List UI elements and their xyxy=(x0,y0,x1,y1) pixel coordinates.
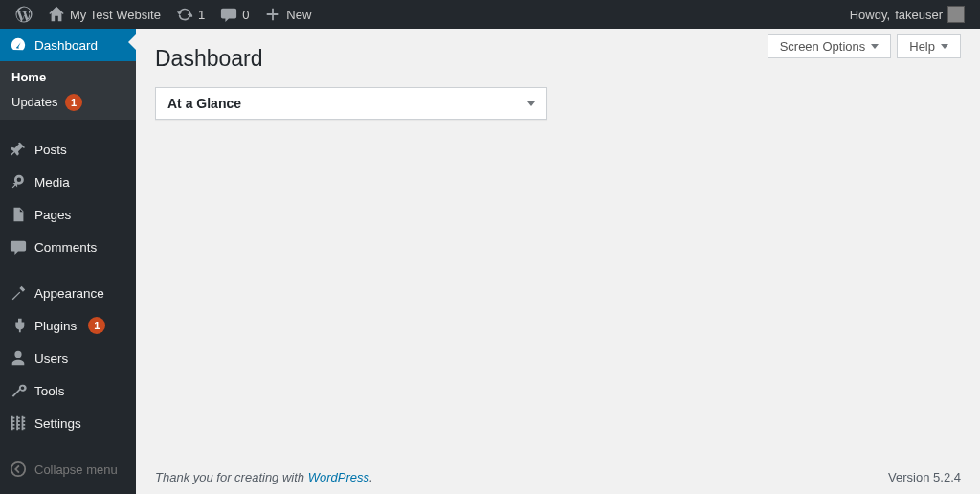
menu-appearance[interactable]: Appearance xyxy=(0,277,136,309)
menu-comments[interactable]: Comments xyxy=(0,231,136,263)
chevron-down-icon xyxy=(941,44,948,49)
menu-appearance-label: Appearance xyxy=(34,286,104,301)
postbox-title: At a Glance xyxy=(167,96,241,111)
updates-count: 1 xyxy=(198,8,205,22)
media-icon xyxy=(10,173,27,191)
menu-settings[interactable]: Settings xyxy=(0,407,136,439)
site-name-link[interactable]: My Test Website xyxy=(40,0,168,29)
comment-icon xyxy=(220,6,237,23)
home-icon xyxy=(48,6,65,23)
menu-pages[interactable]: Pages xyxy=(0,198,136,231)
menu-dashboard-label: Dashboard xyxy=(34,38,98,53)
updates-link[interactable]: 1 xyxy=(168,0,212,29)
username-label: fakeuser xyxy=(895,8,943,22)
wp-footer: Thank you for creating with WordPress. V… xyxy=(155,470,961,484)
menu-comments-label: Comments xyxy=(34,240,97,255)
postbox-at-a-glance: At a Glance xyxy=(155,87,547,120)
avatar xyxy=(947,6,965,23)
new-content-link[interactable]: New xyxy=(256,0,319,29)
comments-link[interactable]: 0 xyxy=(212,0,256,29)
plus-icon xyxy=(264,6,281,23)
users-icon xyxy=(10,349,27,367)
new-label: New xyxy=(286,8,311,22)
pages-icon xyxy=(10,206,27,223)
help-button[interactable]: Help xyxy=(897,34,961,58)
help-label: Help xyxy=(909,39,935,54)
svg-point-0 xyxy=(11,462,25,476)
wp-logo-menu[interactable] xyxy=(8,0,40,29)
dashboard-icon xyxy=(10,36,27,54)
menu-settings-label: Settings xyxy=(34,416,81,431)
howdy-prefix: Howdy, xyxy=(850,8,890,22)
my-account-link[interactable]: Howdy, fakeuser xyxy=(842,0,972,29)
menu-users-label: Users xyxy=(34,351,68,366)
submenu-home[interactable]: Home xyxy=(0,65,136,89)
menu-pages-label: Pages xyxy=(34,208,71,222)
wordpress-icon xyxy=(15,6,33,23)
menu-media-label: Media xyxy=(34,175,70,190)
postbox-toggle-icon[interactable] xyxy=(527,101,535,106)
menu-posts[interactable]: Posts xyxy=(0,133,136,166)
menu-users[interactable]: Users xyxy=(0,342,136,374)
collapse-icon xyxy=(10,460,27,478)
menu-plugins[interactable]: Plugins 1 xyxy=(0,309,136,342)
screen-options-button[interactable]: Screen Options xyxy=(768,34,892,58)
menu-plugins-label: Plugins xyxy=(34,319,77,333)
menu-posts-label: Posts xyxy=(34,143,67,157)
tools-icon xyxy=(10,382,27,399)
collapse-menu-label: Collapse menu xyxy=(34,462,118,477)
dashboard-submenu: Home Updates 1 xyxy=(0,61,136,120)
admin-bar: My Test Website 1 0 New Howdy, fakeuser xyxy=(0,0,980,29)
menu-dashboard[interactable]: Dashboard xyxy=(0,29,136,61)
menu-tools[interactable]: Tools xyxy=(0,374,136,407)
pushpin-icon xyxy=(10,141,27,158)
main-content: Screen Options Help Dashboard At a Glanc… xyxy=(136,29,980,494)
plugin-icon xyxy=(10,317,27,334)
submenu-home-label: Home xyxy=(11,70,46,84)
chevron-down-icon xyxy=(871,44,879,49)
menu-tools-label: Tools xyxy=(34,384,65,398)
footer-version: Version 5.2.4 xyxy=(888,470,961,484)
comments-icon xyxy=(10,238,27,256)
comments-count: 0 xyxy=(242,8,249,22)
footer-wordpress-link[interactable]: WordPress xyxy=(308,470,369,484)
footer-period: . xyxy=(369,470,373,484)
screen-meta-links: Screen Options Help xyxy=(768,34,961,58)
updates-badge: 1 xyxy=(65,94,82,111)
refresh-icon xyxy=(176,6,193,23)
appearance-icon xyxy=(10,284,27,302)
footer-thanks-prefix: Thank you for creating with xyxy=(155,470,308,484)
plugins-badge: 1 xyxy=(88,317,105,334)
screen-options-label: Screen Options xyxy=(780,39,866,54)
submenu-updates-label: Updates xyxy=(11,95,57,109)
submenu-updates[interactable]: Updates 1 xyxy=(0,89,136,116)
settings-icon xyxy=(10,415,27,432)
admin-sidebar: Dashboard Home Updates 1 Posts Media Pag… xyxy=(0,29,136,494)
menu-media[interactable]: Media xyxy=(0,166,136,198)
postbox-header[interactable]: At a Glance xyxy=(156,88,546,119)
collapse-menu[interactable]: Collapse menu xyxy=(0,453,136,485)
current-menu-pointer xyxy=(128,34,136,50)
site-title: My Test Website xyxy=(70,8,161,22)
